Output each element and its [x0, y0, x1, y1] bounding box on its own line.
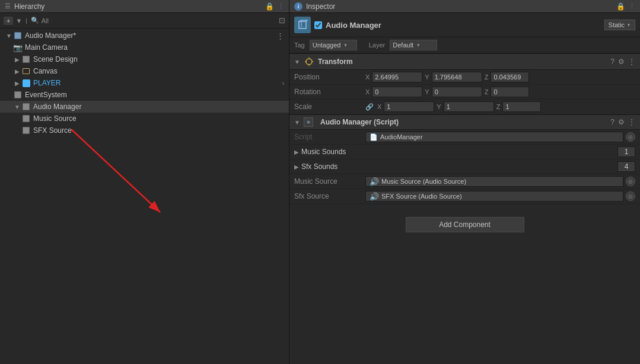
tree-item-music-source[interactable]: Music Source — [0, 113, 289, 124]
script-file-icon: 📄 — [370, 133, 378, 141]
gameobject-icon — [21, 114, 31, 123]
add-component-button[interactable]: Add Component — [406, 217, 524, 232]
scene-icon-button[interactable]: ⊡ — [279, 16, 285, 25]
scale-y-field[interactable]: 1 — [444, 101, 494, 112]
tree-item-sfx-source[interactable]: SFX Source — [0, 124, 289, 136]
y-axis-label: Y — [437, 103, 441, 110]
tree-item-label: EventSystem — [25, 91, 67, 99]
gameobject-icon — [13, 90, 23, 100]
sfx-sounds-count[interactable]: 4 — [617, 161, 635, 172]
rotation-x-field[interactable]: 0 — [372, 87, 422, 97]
hierarchy-tree: ▼ Audio Manager* ⋮ 📷 Main Camera ▶ Scene… — [0, 28, 289, 364]
object-active-checkbox[interactable] — [314, 21, 322, 29]
tree-item-player[interactable]: ▶ PLAYER › — [0, 77, 289, 89]
tree-item-label: Audio Manager — [33, 103, 81, 111]
tree-item-eventsystem[interactable]: EventSystem — [0, 89, 289, 101]
expand-icon: ▼ — [5, 33, 13, 39]
audio-script-section-header[interactable]: ▼ ≡ Audio Manager (Script) ? ⚙ ⋮ — [289, 114, 640, 130]
transform-settings-icon[interactable]: ⚙ — [618, 58, 625, 66]
tree-item-audio-manager[interactable]: ▼ Audio Manager — [0, 101, 289, 113]
gameobject-icon — [21, 126, 31, 135]
music-source-circle-button[interactable]: ◎ — [626, 177, 635, 186]
search-label: All — [42, 17, 49, 24]
more-options-icon[interactable]: ⋮ — [278, 2, 284, 10]
position-values: X 2.64995 Y 1.795648 Z 0.043569 — [365, 72, 635, 82]
audio-source-icon: 🔊 — [370, 192, 379, 201]
hierarchy-header-icons: 🔒 ⋮ — [265, 2, 284, 11]
script-value-field[interactable]: 📄 AudioManager — [365, 132, 623, 142]
rotation-row: Rotation X 0 Y 0 Z 0 — [289, 85, 640, 100]
audio-script-help-icon[interactable]: ? — [610, 118, 614, 126]
hierarchy-title: Hierarchy — [14, 2, 44, 11]
scale-x-field[interactable]: 1 — [384, 101, 434, 112]
rotation-values: X 0 Y 0 Z 0 — [365, 87, 635, 97]
rotation-y-field[interactable]: 0 — [432, 87, 482, 97]
position-z-field[interactable]: 0.043569 — [491, 72, 529, 82]
position-row: Position X 2.64995 Y 1.795648 Z 0.043569 — [289, 70, 640, 85]
transform-section-header[interactable]: ▼ Transform ? ⚙ ⋮ — [289, 53, 640, 70]
static-button[interactable]: Static ▼ — [604, 20, 635, 30]
y-axis-label: Y — [425, 74, 429, 81]
inspector-lock-icon[interactable]: 🔒 — [616, 2, 625, 11]
hierarchy-panel: ☰ Hierarchy 🔒 ⋮ + ▼ | 🔍 All ⊡ ▼ Au — [0, 0, 289, 364]
tag-dropdown-arrow: ▼ — [343, 43, 348, 48]
tree-item-main-camera[interactable]: 📷 Main Camera — [0, 41, 289, 53]
separator: | — [26, 18, 27, 24]
music-sounds-count[interactable]: 1 — [617, 146, 635, 157]
sfx-source-circle-button[interactable]: ◎ — [626, 191, 635, 201]
audio-source-icon: 🔊 — [370, 177, 379, 186]
sfx-sounds-label: Sfx Sounds — [301, 162, 617, 171]
static-dropdown-icon: ▼ — [626, 23, 631, 28]
add-button[interactable]: + — [4, 17, 13, 25]
svg-line-1 — [71, 129, 160, 212]
transform-toggle-icon: ▼ — [294, 59, 300, 65]
music-source-field[interactable]: 🔊 Music Source (Audio Source) — [365, 176, 623, 187]
layer-dropdown-arrow: ▼ — [416, 43, 421, 48]
static-label: Static — [609, 21, 625, 28]
layer-dropdown[interactable]: Default ▼ — [390, 40, 437, 50]
gameobject-icon — [21, 102, 31, 111]
camera-icon: 📷 — [13, 43, 23, 52]
audio-script-more-icon[interactable]: ⋮ — [628, 118, 635, 126]
music-sounds-label: Music Sounds — [301, 148, 617, 156]
y-axis-label: Y — [425, 88, 429, 95]
tree-item-label: Scene Design — [33, 55, 78, 63]
music-sounds-row: ▶ Music Sounds 1 — [289, 145, 640, 159]
scale-link-icon: 🔗 — [365, 103, 374, 111]
layer-label: Layer — [369, 41, 386, 49]
annotation-arrow — [59, 117, 202, 248]
music-source-value: Music Source (Audio Source) — [381, 178, 466, 185]
inspector-more-icon[interactable]: ⋮ — [629, 2, 635, 10]
tag-dropdown[interactable]: Untagged ▼ — [310, 40, 357, 50]
hierarchy-menu-icon[interactable]: ☰ — [5, 2, 11, 10]
object-icon — [294, 17, 311, 33]
script-circle-button[interactable]: ◎ — [626, 132, 635, 142]
tree-item-scene-design[interactable]: ▶ Scene Design — [0, 53, 289, 65]
transform-more-icon[interactable]: ⋮ — [628, 58, 635, 66]
audio-script-settings-icon[interactable]: ⚙ — [618, 118, 625, 126]
position-y-field[interactable]: 1.795648 — [432, 72, 482, 82]
sfx-source-value: SFX Source (Audio Source) — [381, 193, 462, 200]
sfx-source-field[interactable]: 🔊 SFX Source (Audio Source) — [365, 191, 623, 202]
dropdown-arrow-icon[interactable]: ▼ — [15, 17, 22, 24]
scale-label: Scale — [294, 103, 365, 111]
music-sounds-toggle[interactable]: ▶ — [294, 149, 299, 155]
tree-item-audio-manager-root[interactable]: ▼ Audio Manager* ⋮ — [0, 30, 289, 41]
tree-item-label: PLAYER — [33, 79, 61, 87]
scale-z-field[interactable]: 1 — [502, 101, 541, 112]
audio-script-actions: ? ⚙ ⋮ — [610, 118, 635, 126]
tree-item-canvas[interactable]: ▶ Canvas — [0, 65, 289, 77]
lock-icon[interactable]: 🔒 — [265, 2, 274, 11]
position-x-field[interactable]: 2.64995 — [372, 72, 422, 82]
transform-help-icon[interactable]: ? — [610, 58, 614, 66]
svg-point-7 — [306, 59, 312, 65]
rotation-z-field[interactable]: 0 — [491, 87, 529, 97]
item-menu-icon[interactable]: ⋮ — [276, 31, 289, 40]
gameobject-icon — [13, 31, 23, 40]
z-axis-label: Z — [485, 74, 489, 81]
music-source-row: Music Source 🔊 Music Source (Audio Sourc… — [289, 174, 640, 189]
player-expand-icon: › — [282, 80, 284, 87]
canvas-icon — [21, 66, 31, 76]
sfx-sounds-toggle[interactable]: ▶ — [294, 164, 299, 170]
script-component-icon: ≡ — [304, 117, 313, 127]
